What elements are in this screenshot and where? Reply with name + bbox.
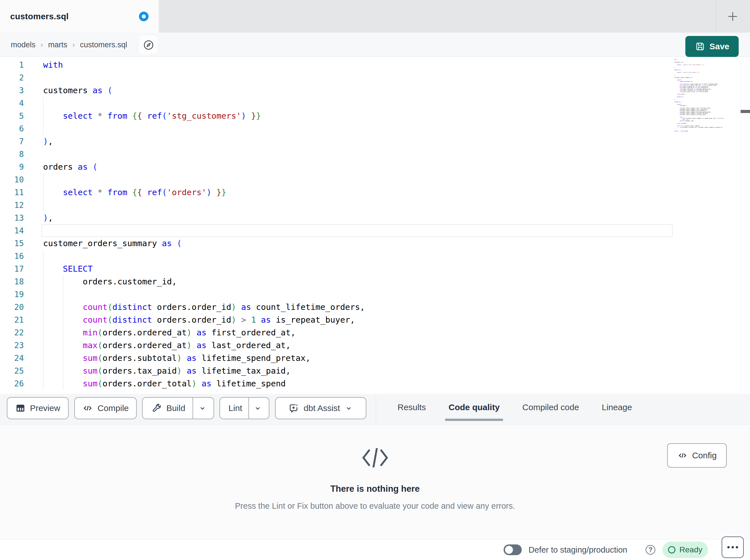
line-number[interactable]: 17: [0, 263, 24, 275]
code-line[interactable]: [43, 288, 673, 301]
code-line[interactable]: [43, 173, 673, 186]
preview-button[interactable]: Preview: [7, 397, 68, 419]
new-tab-button[interactable]: [723, 6, 743, 27]
code-editor[interactable]: 1234567891011121314151617181920212223242…: [0, 57, 750, 394]
code-line[interactable]: customers as (: [43, 84, 673, 97]
code-line[interactable]: sum(orders.tax_paid) as lifetime_tax_pai…: [43, 365, 673, 377]
dbt-ide-window: customers.sql models › marts › customers…: [0, 0, 750, 560]
build-dropdown[interactable]: [193, 404, 212, 412]
lint-main-segment[interactable]: Lint: [222, 403, 249, 413]
defer-label: Defer to staging/production: [529, 539, 627, 560]
scrollbar-thumb[interactable]: [741, 110, 750, 113]
config-button[interactable]: Config: [667, 443, 727, 468]
line-number[interactable]: 24: [0, 352, 24, 365]
breadcrumb-separator: ›: [72, 41, 75, 49]
overflow-menu-button[interactable]: [722, 537, 744, 558]
compile-button[interactable]: Compile: [74, 397, 137, 419]
code-line[interactable]: with: [43, 59, 673, 71]
code-line[interactable]: sum(orders.subtotal) as lifetime_spend_p…: [43, 352, 673, 365]
wrench-icon: [152, 403, 162, 413]
code-line[interactable]: [43, 71, 673, 84]
line-number[interactable]: 2: [0, 71, 24, 84]
line-number[interactable]: 1: [0, 59, 24, 71]
preview-label: Preview: [30, 403, 60, 413]
line-number[interactable]: 21: [0, 314, 24, 326]
breadcrumb-item-marts[interactable]: marts: [48, 41, 67, 49]
line-number[interactable]: 23: [0, 339, 24, 352]
code-line[interactable]: select * from {{ ref('stg_customers') }}: [43, 110, 673, 122]
line-number[interactable]: 3: [0, 84, 24, 97]
line-number[interactable]: 5: [0, 110, 24, 122]
line-number[interactable]: 16: [0, 250, 24, 263]
tab-lineage[interactable]: Lineage: [602, 394, 632, 421]
code-quality-panel: There is nothing here Press the Lint or …: [0, 425, 750, 539]
lint-label: Lint: [229, 403, 242, 413]
code-line[interactable]: SELECT: [43, 263, 673, 275]
line-number[interactable]: 7: [0, 135, 24, 148]
code-line[interactable]: count(distinct orders.order_id) > 1 as i…: [43, 314, 673, 326]
help-icon[interactable]: ?: [646, 545, 655, 555]
code-line[interactable]: [43, 224, 673, 237]
defer-toggle[interactable]: [504, 544, 522, 555]
line-number-gutter[interactable]: 1234567891011121314151617181920212223242…: [0, 59, 24, 390]
code-line[interactable]: [43, 199, 673, 212]
build-main-segment[interactable]: Build: [144, 403, 193, 413]
lint-dropdown[interactable]: [249, 404, 267, 412]
empty-state-description: Press the Lint or Fix button above to ev…: [0, 501, 750, 511]
ellipsis-icon: [727, 546, 730, 548]
line-number[interactable]: 14: [0, 224, 24, 237]
line-number[interactable]: 22: [0, 326, 24, 339]
line-number[interactable]: 18: [0, 275, 24, 288]
code-line[interactable]: [43, 148, 673, 161]
code-line[interactable]: [43, 250, 673, 263]
table-icon: [15, 403, 25, 413]
breadcrumb-item-models[interactable]: models: [11, 41, 36, 49]
save-button[interactable]: Save: [685, 36, 739, 57]
code-line[interactable]: [43, 122, 673, 135]
dbt-assist-button[interactable]: dbt Assist: [275, 397, 366, 419]
line-number[interactable]: 20: [0, 301, 24, 314]
line-number[interactable]: 6: [0, 122, 24, 135]
line-number[interactable]: 15: [0, 237, 24, 250]
tab-compiled-code[interactable]: Compiled code: [522, 394, 579, 421]
line-number[interactable]: 25: [0, 365, 24, 377]
code-content[interactable]: withcustomers as ( select * from {{ ref(…: [43, 59, 673, 390]
line-number[interactable]: 11: [0, 186, 24, 199]
tab-customers-sql[interactable]: customers.sql: [0, 0, 159, 33]
minimap-line: select * from joined: [674, 130, 741, 132]
tab-code-quality[interactable]: Code quality: [449, 394, 500, 421]
code-line[interactable]: orders.customer_id,: [43, 275, 673, 288]
save-icon: [695, 41, 706, 52]
line-number[interactable]: 9: [0, 161, 24, 173]
line-number[interactable]: 4: [0, 97, 24, 110]
code-line[interactable]: select * from {{ ref('orders') }}: [43, 186, 673, 199]
line-number[interactable]: 26: [0, 377, 24, 390]
toolbar-divider: [376, 394, 376, 425]
empty-state: There is nothing here Press the Lint or …: [0, 425, 750, 511]
lint-button[interactable]: Lint: [219, 397, 269, 419]
build-button[interactable]: Build: [142, 397, 214, 419]
panel-tab-bar: Results Code quality Compiled code Linea…: [397, 394, 632, 421]
line-number[interactable]: 13: [0, 212, 24, 224]
code-line[interactable]: orders as (: [43, 161, 673, 173]
code-line[interactable]: sum(orders.order_total) as lifetime_spen…: [43, 377, 673, 390]
code-line[interactable]: [43, 97, 673, 110]
line-number[interactable]: 19: [0, 288, 24, 301]
code-line[interactable]: count(distinct orders.order_id) as count…: [43, 301, 673, 314]
minimap[interactable]: withcustomers as ( select * from {{ ref(…: [674, 59, 741, 394]
line-number[interactable]: 10: [0, 173, 24, 186]
open-lineage-button[interactable]: [138, 35, 159, 55]
code-line[interactable]: ),: [43, 135, 673, 148]
config-button-label: Config: [692, 451, 717, 460]
empty-state-title: There is nothing here: [0, 484, 750, 494]
code-line[interactable]: customer_orders_summary as (: [43, 237, 673, 250]
line-number[interactable]: 8: [0, 148, 24, 161]
line-number[interactable]: 12: [0, 199, 24, 212]
ellipsis-icon: [732, 546, 734, 548]
code-line[interactable]: ),: [43, 212, 673, 224]
code-line[interactable]: min(orders.ordered_at) as first_ordered_…: [43, 326, 673, 339]
tab-compiled-code-label: Compiled code: [522, 402, 579, 412]
code-line[interactable]: max(orders.ordered_at) as last_ordered_a…: [43, 339, 673, 352]
chevron-down-icon: [344, 404, 353, 412]
tab-results[interactable]: Results: [397, 394, 426, 421]
